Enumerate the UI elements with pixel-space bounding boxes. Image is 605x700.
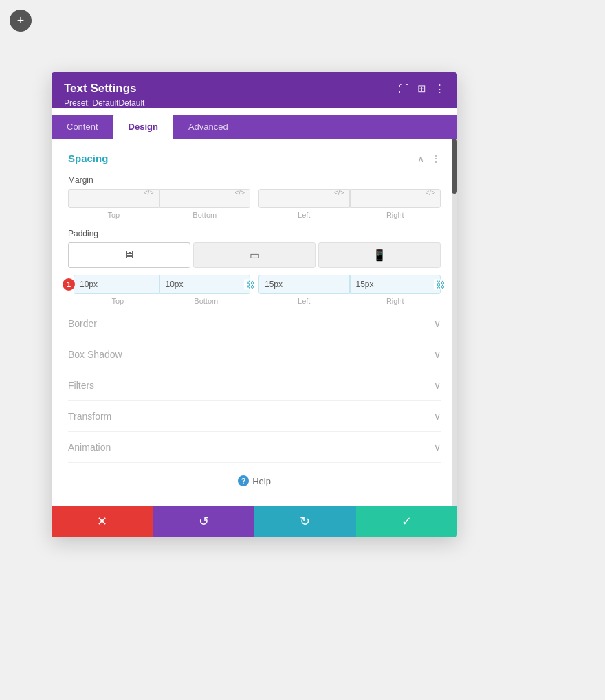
margin-bottom-label: Bottom (160, 211, 251, 219)
help-link[interactable]: ? Help (238, 475, 271, 486)
transform-chevron-icon: ∨ (434, 411, 441, 422)
collapse-icon[interactable]: ∧ (417, 153, 424, 164)
padding-tb-inputs: 1 ⛓ (68, 275, 250, 294)
device-desktop-btn[interactable]: 🖥 (68, 242, 190, 268)
box-shadow-chevron-icon: ∨ (434, 349, 441, 360)
padding-top-label: Top (74, 297, 162, 305)
animation-header[interactable]: Animation ∨ (68, 442, 441, 453)
margin-bottom-wrap: </> (160, 189, 251, 208)
filters-title: Filters (68, 380, 94, 391)
padding-right-input[interactable] (350, 275, 441, 294)
margin-tb-labels: Top Bottom (68, 211, 250, 219)
desktop-icon: 🖥 (124, 249, 135, 260)
margin-right-label: Right (350, 211, 441, 219)
section-more-icon[interactable]: ⋮ (431, 153, 441, 164)
transform-section: Transform ∨ (68, 400, 441, 431)
box-shadow-section: Box Shadow ∨ (68, 339, 441, 370)
padding-label: Padding (68, 229, 441, 238)
border-chevron-icon: ∨ (434, 318, 441, 329)
header-icons: ⛶ ⊞ ⋮ (399, 82, 445, 95)
padding-left-label: Left (258, 297, 350, 305)
preset-row: Preset: DefaultDefault (64, 98, 445, 108)
margin-row: </> </> Top Bottom (68, 189, 441, 219)
margin-lr-inputs: </> </> (258, 189, 441, 208)
box-shadow-title: Box Shadow (68, 349, 122, 360)
animation-title: Animation (68, 442, 111, 453)
cancel-button[interactable]: ✕ (52, 506, 153, 537)
padding-bottom-label: Bottom (162, 297, 251, 305)
padding-left-input[interactable] (258, 275, 350, 294)
mobile-icon: 📱 (373, 249, 386, 261)
collapsible-sections: Border ∨ Box Shadow ∨ Filters ∨ (68, 308, 441, 462)
padding-top-wrap (68, 275, 160, 294)
padding-lr-inputs: ⛓ (258, 275, 441, 294)
confirm-icon: ✓ (402, 514, 412, 529)
transform-title: Transform (68, 411, 111, 422)
padding-top-input[interactable] (74, 275, 160, 294)
tab-bar: Content Design Advanced (52, 115, 457, 139)
expand-icon[interactable]: ⛶ (399, 83, 409, 95)
animation-chevron-icon: ∨ (434, 442, 441, 453)
margin-left-code-icon: </> (334, 189, 344, 196)
padding-lr-group: ⛓ Left Right (258, 275, 441, 305)
margin-left-right: </> </> Left Right (258, 189, 441, 219)
transform-header[interactable]: Transform ∨ (68, 411, 441, 422)
margin-label: Margin (68, 175, 441, 185)
padding-inputs-container: 1 ⛓ Top Bottom (68, 275, 441, 305)
modal-title: Text Settings (64, 82, 136, 95)
spacing-title: Spacing (68, 153, 108, 164)
padding-section: Padding 🖥 ▭ 📱 (68, 229, 441, 305)
padding-tb-labels: Top Bottom (68, 297, 250, 305)
tab-advanced[interactable]: Advanced (173, 115, 243, 139)
padding-right-label: Right (350, 297, 441, 305)
help-label: Help (252, 476, 271, 486)
help-section: ? Help (68, 462, 441, 492)
device-tablet-btn[interactable]: ▭ (193, 242, 316, 268)
margin-left-label: Left (258, 211, 350, 219)
undo-icon: ↺ (199, 514, 209, 529)
padding-tb-link-icon: ⛓ (244, 280, 256, 290)
border-header[interactable]: Border ∨ (68, 318, 441, 329)
more-icon[interactable]: ⋮ (434, 82, 445, 95)
columns-icon[interactable]: ⊞ (417, 82, 426, 95)
scrollbar-thumb[interactable] (452, 139, 457, 194)
padding-bottom-wrap (160, 275, 251, 294)
header-top: Text Settings ⛶ ⊞ ⋮ (64, 82, 445, 95)
padding-left-wrap (258, 275, 350, 294)
animation-section: Animation ∨ (68, 431, 441, 462)
margin-right-code-icon: </> (426, 189, 435, 196)
tab-design[interactable]: Design (113, 115, 173, 139)
box-shadow-header[interactable]: Box Shadow ∨ (68, 349, 441, 360)
padding-badge: 1 (63, 278, 75, 291)
undo-button[interactable]: ↺ (153, 506, 255, 537)
confirm-button[interactable]: ✓ (356, 506, 458, 537)
add-button[interactable]: + (10, 10, 32, 32)
scrollbar-track[interactable] (452, 139, 457, 506)
modal-footer: ✕ ↺ ↻ ✓ (52, 506, 457, 537)
padding-bottom-input[interactable] (160, 275, 251, 294)
cancel-icon: ✕ (97, 514, 107, 529)
margin-left-wrap: </> (258, 189, 350, 208)
border-title: Border (68, 318, 97, 329)
padding-tb-group: 1 ⛓ Top Bottom (68, 275, 250, 305)
margin-top-bottom: </> </> Top Bottom (68, 189, 250, 219)
text-settings-modal: Text Settings ⛶ ⊞ ⋮ Preset: DefaultDefau… (52, 72, 457, 537)
margin-top-label: Top (68, 211, 160, 219)
padding-lr-link-icon: ⛓ (434, 280, 446, 290)
padding-lr-labels: Left Right (258, 297, 441, 305)
filters-header[interactable]: Filters ∨ (68, 380, 441, 391)
device-mobile-btn[interactable]: 📱 (318, 242, 441, 268)
padding-right-wrap (350, 275, 441, 294)
redo-button[interactable]: ↻ (254, 506, 356, 537)
plus-icon: + (17, 14, 25, 28)
modal-header: Text Settings ⛶ ⊞ ⋮ Preset: DefaultDefau… (52, 72, 457, 108)
filters-section: Filters ∨ (68, 370, 441, 400)
section-header-icons: ∧ ⋮ (417, 153, 441, 164)
filters-chevron-icon: ∨ (434, 380, 441, 391)
tab-content[interactable]: Content (52, 115, 113, 139)
border-section: Border ∨ (68, 308, 441, 339)
help-icon: ? (238, 475, 249, 486)
redo-icon: ↻ (300, 514, 310, 529)
modal-scroll: Spacing ∧ ⋮ Margin </> (52, 139, 457, 506)
margin-top-code-icon: </> (144, 189, 153, 196)
